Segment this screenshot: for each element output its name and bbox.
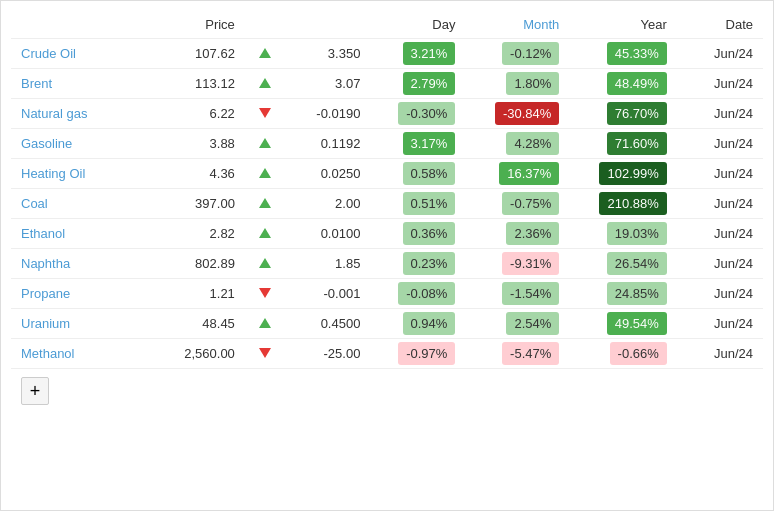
commodity-date: Jun/24 [677,339,763,369]
month-pct: 2.36% [465,219,569,249]
day-pct: 0.51% [370,189,465,219]
commodity-price: 6.22 [146,99,244,129]
col-header-day: Day [370,11,465,39]
table-row: Gasoline3.880.11923.17%4.28%71.60%Jun/24 [11,129,763,159]
commodity-price: 2.82 [146,219,244,249]
commodities-table: Price Day Month Year Date Crude Oil107.6… [11,11,763,413]
month-pct: 2.54% [465,309,569,339]
table-row: Brent113.123.072.79%1.80%48.49%Jun/24 [11,69,763,99]
commodity-price: 4.36 [146,159,244,189]
commodity-change: -0.001 [284,279,370,309]
day-pct: -0.30% [370,99,465,129]
arrow-up-icon [259,228,271,238]
table-row: Crude Oil107.623.3503.21%-0.12%45.33%Jun… [11,39,763,69]
table-row: Coal397.002.000.51%-0.75%210.88%Jun/24 [11,189,763,219]
commodity-price: 802.89 [146,249,244,279]
commodity-price: 2,560.00 [146,339,244,369]
commodity-change: -0.0190 [284,99,370,129]
arrow-up-icon [259,168,271,178]
year-pct: 45.33% [569,39,676,69]
commodity-date: Jun/24 [677,129,763,159]
table-row: Naphtha802.891.850.23%-9.31%26.54%Jun/24 [11,249,763,279]
commodity-name[interactable]: Naphtha [11,249,146,279]
year-pct: -0.66% [569,339,676,369]
col-header-change [284,11,370,39]
year-pct: 24.85% [569,279,676,309]
col-header-name [11,11,146,39]
direction-arrow [245,219,284,249]
commodity-name[interactable]: Coal [11,189,146,219]
month-pct: -0.12% [465,39,569,69]
direction-arrow [245,279,284,309]
month-pct: -30.84% [465,99,569,129]
month-pct: -5.47% [465,339,569,369]
year-pct: 71.60% [569,129,676,159]
arrow-up-icon [259,78,271,88]
arrow-up-icon [259,138,271,148]
commodity-change: 0.4500 [284,309,370,339]
commodity-name[interactable]: Crude Oil [11,39,146,69]
month-pct: 4.28% [465,129,569,159]
add-cell: + [11,369,763,414]
commodity-price: 113.12 [146,69,244,99]
month-pct: -0.75% [465,189,569,219]
direction-arrow [245,129,284,159]
commodity-name[interactable]: Uranium [11,309,146,339]
table-row: Natural gas6.22-0.0190-0.30%-30.84%76.70… [11,99,763,129]
commodity-name[interactable]: Brent [11,69,146,99]
commodity-change: 2.00 [284,189,370,219]
day-pct: 2.79% [370,69,465,99]
commodity-date: Jun/24 [677,219,763,249]
direction-arrow [245,159,284,189]
commodity-date: Jun/24 [677,159,763,189]
add-commodity-button[interactable]: + [21,377,49,405]
commodity-price: 107.62 [146,39,244,69]
year-pct: 19.03% [569,219,676,249]
main-container: Price Day Month Year Date Crude Oil107.6… [0,0,774,511]
commodity-date: Jun/24 [677,189,763,219]
col-header-arrow [245,11,284,39]
commodity-date: Jun/24 [677,69,763,99]
direction-arrow [245,249,284,279]
commodity-name[interactable]: Methanol [11,339,146,369]
direction-arrow [245,99,284,129]
direction-arrow [245,339,284,369]
commodity-change: -25.00 [284,339,370,369]
direction-arrow [245,309,284,339]
day-pct: -0.08% [370,279,465,309]
commodity-name[interactable]: Heating Oil [11,159,146,189]
arrow-up-icon [259,198,271,208]
commodity-name[interactable]: Ethanol [11,219,146,249]
year-pct: 210.88% [569,189,676,219]
arrow-down-icon [259,288,271,298]
commodity-name[interactable]: Natural gas [11,99,146,129]
commodity-date: Jun/24 [677,309,763,339]
commodity-price: 3.88 [146,129,244,159]
commodity-price: 48.45 [146,309,244,339]
table-row: Heating Oil4.360.02500.58%16.37%102.99%J… [11,159,763,189]
direction-arrow [245,69,284,99]
day-pct: 0.58% [370,159,465,189]
year-pct: 49.54% [569,309,676,339]
commodity-change: 3.350 [284,39,370,69]
col-header-date: Date [677,11,763,39]
commodity-date: Jun/24 [677,99,763,129]
commodity-price: 397.00 [146,189,244,219]
table-row: Ethanol2.820.01000.36%2.36%19.03%Jun/24 [11,219,763,249]
direction-arrow [245,189,284,219]
month-pct: 1.80% [465,69,569,99]
arrow-up-icon [259,258,271,268]
arrow-up-icon [259,318,271,328]
month-pct: -1.54% [465,279,569,309]
commodity-name[interactable]: Propane [11,279,146,309]
month-pct: 16.37% [465,159,569,189]
year-pct: 26.54% [569,249,676,279]
arrow-down-icon [259,348,271,358]
commodity-name[interactable]: Gasoline [11,129,146,159]
day-pct: -0.97% [370,339,465,369]
commodity-change: 0.1192 [284,129,370,159]
day-pct: 0.36% [370,219,465,249]
year-pct: 76.70% [569,99,676,129]
commodity-price: 1.21 [146,279,244,309]
day-pct: 3.21% [370,39,465,69]
